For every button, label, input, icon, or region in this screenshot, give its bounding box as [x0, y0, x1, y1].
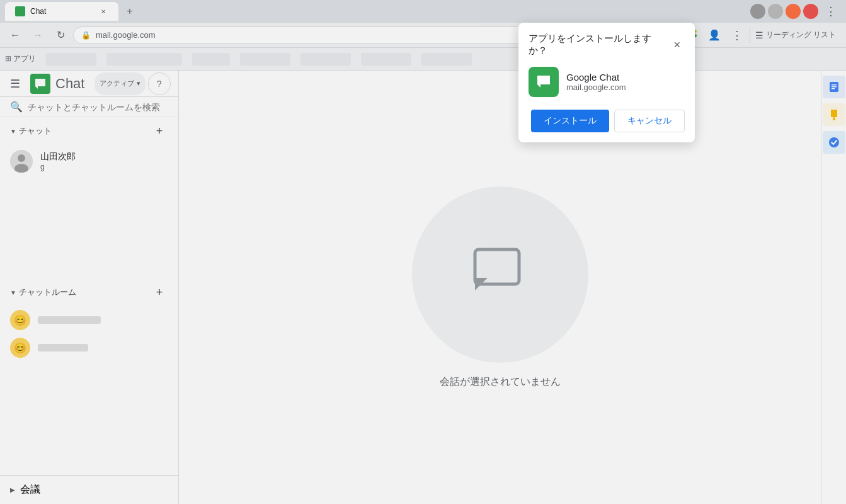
cancel-button[interactable]: キャンセル [614, 110, 685, 132]
dialog-app-details: Google Chat mail.google.com [566, 72, 626, 92]
dialog-app-name: Google Chat [566, 72, 626, 83]
install-button[interactable]: インストール [531, 110, 609, 132]
dialog-app-icon [529, 67, 559, 97]
dialog-close-button[interactable]: ✕ [670, 37, 685, 52]
dialog-app-info: Google Chat mail.google.com [529, 67, 685, 97]
dialog-header: アプリをインストールしますか？ ✕ [529, 33, 685, 57]
google-chat-app-icon [532, 71, 555, 93]
modal-overlay [0, 0, 846, 504]
dialog-app-url: mail.google.com [566, 83, 626, 92]
dialog-title: アプリをインストールしますか？ [529, 33, 670, 57]
install-dialog: アプリをインストールしますか？ ✕ Google Chat mail.googl… [518, 23, 695, 142]
dialog-actions: インストール キャンセル [529, 110, 685, 132]
